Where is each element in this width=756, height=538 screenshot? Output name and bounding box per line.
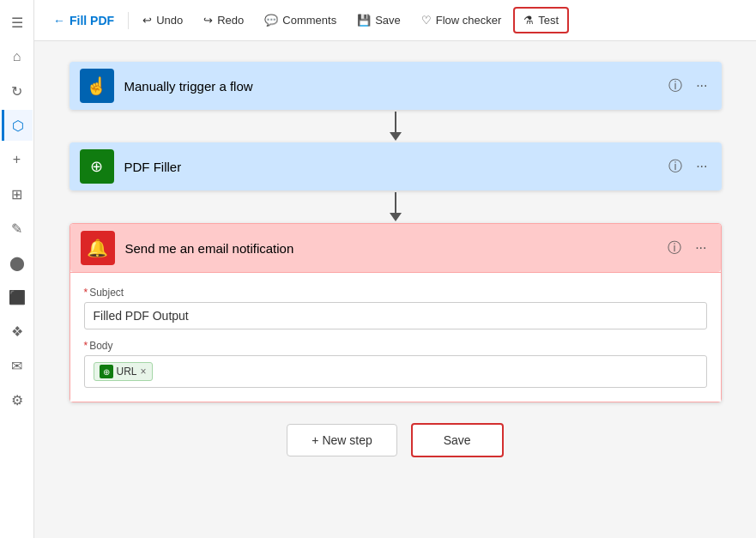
trigger-actions: ⓘ ··· (665, 74, 711, 99)
cylinder-icon: ⬤ (9, 255, 25, 271)
body-required-marker: * (84, 340, 88, 352)
comments-icon: 💬 (264, 14, 278, 27)
trigger-title: Manually trigger a flow (124, 79, 666, 94)
main-content: ← Fill PDF ↩ Undo ↪ Redo 💬 Comments 💾 Sa… (34, 0, 756, 538)
trigger-block-header[interactable]: ☝ Manually trigger a flow ⓘ ··· (70, 62, 722, 110)
comments-label: Comments (282, 14, 336, 27)
trigger-icon: ☝ (80, 69, 114, 103)
email-more-button[interactable]: ··· (692, 237, 710, 259)
test-icon: ⚗ (523, 14, 534, 27)
pdf-filler-icon: ⊕ (80, 149, 114, 184)
save-button[interactable]: Save (411, 423, 504, 457)
comments-button[interactable]: 💬 Comments (256, 9, 345, 32)
undo-button[interactable]: ↩ Undo (134, 9, 191, 32)
body-tag-text: URL (117, 366, 137, 378)
sidebar-item-marker[interactable]: ✎ (2, 213, 33, 244)
sidebar-hamburger[interactable]: ☰ (2, 7, 33, 38)
subject-input[interactable] (84, 302, 707, 329)
toolbar: ← Fill PDF ↩ Undo ↪ Redo 💬 Comments 💾 Sa… (34, 0, 756, 41)
new-step-label: + New step (311, 433, 372, 447)
subject-label-text: Subject (89, 287, 124, 299)
ellipsis-icon: ··· (696, 78, 707, 93)
flow-icon: ⬡ (12, 118, 24, 134)
hamburger-icon: ☰ (11, 15, 23, 31)
pdf-help-icon: ⓘ (668, 159, 682, 173)
settings-icon: ⚙ (11, 392, 23, 408)
arrow-line-2 (395, 192, 396, 213)
test-label: Test (538, 14, 559, 27)
layers-icon: ❖ (11, 323, 23, 340)
back-arrow-icon: ← (53, 14, 65, 27)
flow-checker-label: Flow checker (436, 14, 502, 27)
sidebar-item-mail[interactable]: ✉ (2, 350, 33, 381)
sidebar-item-layers[interactable]: ❖ (2, 316, 33, 347)
redo-icon: ↪ (203, 14, 213, 27)
new-step-button[interactable]: + New step (287, 424, 396, 456)
save-toolbar-label: Save (375, 14, 401, 27)
body-tag-close-button[interactable]: × (141, 366, 147, 378)
sidebar-item-home[interactable]: ⌂ (2, 41, 33, 72)
flow-canvas: ☝ Manually trigger a flow ⓘ ··· ⊕ (34, 41, 756, 538)
body-label-text: Body (89, 340, 112, 352)
email-actions: ⓘ ··· (664, 236, 710, 261)
sidebar: ☰ ⌂ ↻ ⬡ + ⊞ ✎ ⬤ ⬛ ❖ ✉ ⚙ (0, 0, 34, 538)
save-button-label: Save (444, 433, 471, 447)
flow-checker-button[interactable]: ♡ Flow checker (413, 9, 511, 32)
back-button[interactable]: ← Fill PDF (45, 9, 123, 33)
add-icon: + (13, 152, 21, 167)
email-form: * Subject * Body ⊕ URL × (70, 272, 721, 402)
sidebar-item-settings[interactable]: ⚙ (2, 384, 33, 415)
email-block-header[interactable]: 🔔 Send me an email notification ⓘ ··· (70, 224, 721, 272)
sidebar-item-chart[interactable]: ⬛ (2, 281, 33, 312)
sidebar-item-refresh[interactable]: ↻ (2, 76, 33, 106)
trigger-block: ☝ Manually trigger a flow ⓘ ··· (70, 62, 722, 110)
arrow-head-2 (390, 213, 402, 221)
chart-icon: ⬛ (9, 289, 26, 305)
email-title: Send me an email notification (125, 241, 665, 256)
email-icon: 🔔 (81, 231, 115, 265)
sidebar-item-grid[interactable]: ⊞ (2, 178, 33, 209)
mail-icon: ✉ (11, 358, 22, 374)
test-button[interactable]: ⚗ Test (513, 7, 569, 33)
body-label: * Body (84, 340, 707, 352)
email-ellipsis-icon: ··· (695, 240, 706, 255)
redo-button[interactable]: ↪ Redo (195, 9, 252, 32)
help-circle-icon: ⓘ (668, 78, 682, 93)
email-block: 🔔 Send me an email notification ⓘ ··· * … (70, 223, 722, 402)
trigger-help-button[interactable]: ⓘ (665, 74, 686, 99)
body-tag-pdf-icon: ⊕ (100, 365, 113, 378)
pdf-filler-block: ⊕ PDF Filler ⓘ ··· (70, 142, 722, 190)
back-label: Fill PDF (70, 14, 114, 27)
arrow-1 (390, 112, 402, 141)
pdf-more-button[interactable]: ··· (692, 155, 711, 178)
trigger-more-button[interactable]: ··· (692, 75, 711, 97)
save-toolbar-button[interactable]: 💾 Save (348, 9, 409, 32)
sidebar-item-data[interactable]: ⬤ (2, 247, 33, 278)
pdf-help-button[interactable]: ⓘ (665, 154, 686, 179)
email-help-icon: ⓘ (668, 240, 681, 255)
undo-icon: ↩ (142, 14, 152, 27)
subject-label: * Subject (84, 287, 707, 299)
pdf-filler-title: PDF Filler (124, 160, 666, 174)
body-url-tag: ⊕ URL × (94, 362, 153, 381)
email-help-button[interactable]: ⓘ (664, 236, 685, 261)
refresh-icon: ↻ (11, 83, 22, 100)
pdf-ellipsis-icon: ··· (696, 159, 707, 173)
pdf-filler-actions: ⓘ ··· (665, 154, 711, 179)
redo-label: Redo (217, 14, 244, 27)
sidebar-item-add[interactable]: + (2, 144, 33, 175)
save-icon: 💾 (357, 14, 371, 27)
pdf-filler-header[interactable]: ⊕ PDF Filler ⓘ ··· (70, 142, 722, 190)
undo-label: Undo (156, 14, 183, 27)
arrow-2 (390, 192, 402, 221)
arrow-head-1 (390, 132, 402, 141)
grid-icon: ⊞ (11, 186, 22, 203)
subject-required-marker: * (84, 287, 88, 299)
flow-checker-icon: ♡ (421, 14, 432, 27)
bottom-actions: + New step Save (287, 423, 503, 457)
body-field[interactable]: ⊕ URL × (84, 355, 707, 388)
marker-icon: ✎ (11, 221, 22, 237)
sidebar-item-flow[interactable]: ⬡ (2, 110, 33, 141)
home-icon: ⌂ (13, 49, 21, 64)
arrow-line-1 (395, 112, 396, 132)
